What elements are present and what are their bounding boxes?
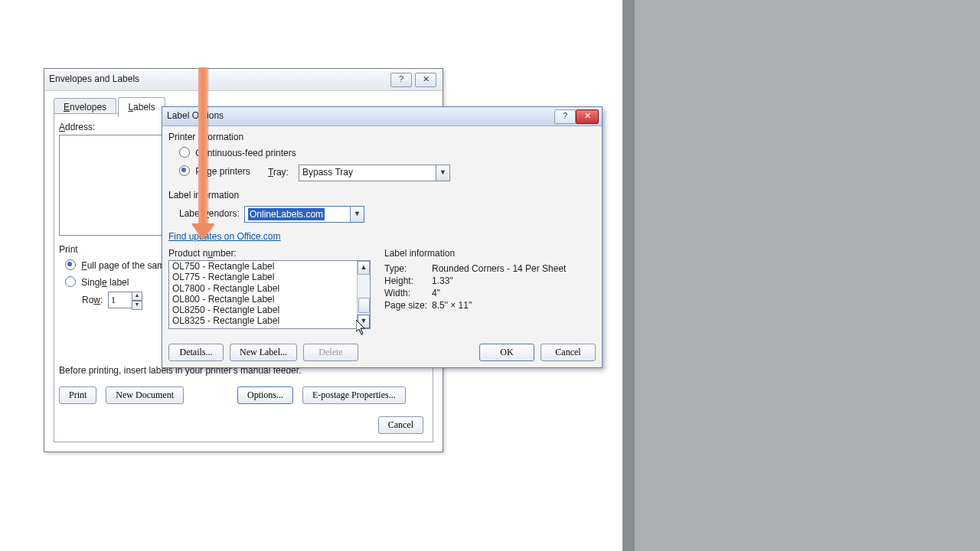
list-item[interactable]: OL775 - Rectangle Label xyxy=(169,272,370,282)
chevron-down-icon[interactable]: ▼ xyxy=(436,165,449,181)
find-updates-link[interactable]: Find updates on Office.com xyxy=(168,231,281,242)
dialog2-title: Label Options xyxy=(167,110,224,121)
dialog1-button-row: Print New Document Options... E-postage … xyxy=(59,386,406,404)
info-row-page-size: Page size:8.5" × 11" xyxy=(384,300,594,311)
label-vendors-value: OnlineLabels.com xyxy=(248,208,325,220)
product-number-listbox[interactable]: OL750 - Rectangle Label OL775 - Rectangl… xyxy=(168,260,371,329)
radio-continuous-label: Continuous-feed printers xyxy=(195,148,296,158)
scroll-up-icon[interactable]: ▲ xyxy=(358,261,370,275)
dialog2-titlebar[interactable]: Label Options ? ✕ xyxy=(162,107,602,126)
dialog-label-options: Label Options ? ✕ Printer information Co… xyxy=(162,106,603,368)
cancel-button[interactable]: Cancel xyxy=(541,344,596,361)
help-button[interactable]: ? xyxy=(390,73,412,87)
ok-button[interactable]: OK xyxy=(479,344,534,361)
new-document-button[interactable]: New Document xyxy=(106,386,184,404)
spin-up-icon[interactable]: ▲ xyxy=(132,292,142,301)
delete-button: Delete xyxy=(303,344,358,361)
radio-page-label: Page printers xyxy=(195,166,250,177)
radio-icon xyxy=(179,147,190,158)
printer-info-heading: Printer information xyxy=(168,132,243,142)
listbox-scrollbar[interactable]: ▲ ▼ xyxy=(357,261,370,328)
list-item[interactable]: OL800 - Rectangle Label xyxy=(169,294,370,305)
chevron-down-icon[interactable]: ▼ xyxy=(350,207,364,222)
tray-combo[interactable]: Bypass Tray ▼ xyxy=(299,165,450,181)
label-info-panel: Label information Type:Rounded Corners -… xyxy=(384,248,594,312)
list-item[interactable]: OL750 - Rectangle Label xyxy=(169,261,370,272)
tray-value: Bypass Tray xyxy=(302,167,353,178)
print-group-title: Print xyxy=(59,244,78,255)
radio-icon xyxy=(65,276,76,287)
label-info-heading: Label information xyxy=(168,190,239,201)
dialog1-title: Envelopes and Labels xyxy=(49,73,139,84)
options-button[interactable]: Options... xyxy=(237,386,293,404)
help-button[interactable]: ? xyxy=(554,109,576,124)
address-label: Address: xyxy=(59,122,95,132)
tray-label: Tray: xyxy=(268,167,289,178)
print-button[interactable]: Print xyxy=(59,386,96,404)
list-item[interactable]: OL7800 - Rectangle Label xyxy=(169,283,370,294)
row-spinner[interactable]: ▲▼ xyxy=(108,292,142,308)
radio-icon xyxy=(65,259,76,270)
scroll-thumb[interactable] xyxy=(358,298,370,313)
radio-single-label[interactable]: Single label xyxy=(65,276,129,288)
list-item[interactable]: OL8325 - Rectangle Label xyxy=(169,315,370,326)
new-label-button[interactable]: New Label... xyxy=(230,344,297,361)
list-item[interactable]: OL8250 - Rectangle Label xyxy=(169,305,370,315)
close-button[interactable]: ✕ xyxy=(415,73,436,87)
row-input[interactable] xyxy=(108,292,135,308)
info-row-type: Type:Rounded Corners - 14 Per Sheet xyxy=(384,263,594,274)
radio-continuous-feed[interactable]: Continuous-feed printers xyxy=(179,147,296,158)
dialog2-button-row: Details... New Label... Delete OK Cancel xyxy=(168,344,596,361)
row-spin-buttons[interactable]: ▲▼ xyxy=(132,292,142,308)
info-row-width: Width:4" xyxy=(384,288,594,298)
details-button[interactable]: Details... xyxy=(168,344,224,361)
product-number-label: Product number: xyxy=(168,248,237,259)
dialog1-titlebar[interactable]: Envelopes and Labels ? ✕ xyxy=(44,69,443,91)
spin-down-icon[interactable]: ▼ xyxy=(132,301,142,310)
scroll-down-icon[interactable]: ▼ xyxy=(358,315,370,328)
radio-page-printers[interactable]: Page printers xyxy=(179,165,250,177)
cancel-button[interactable]: Cancel xyxy=(378,416,423,434)
vendors-label: Label vendors: xyxy=(179,208,240,219)
label-info-panel-heading: Label information xyxy=(384,248,594,259)
tab-labels[interactable]: Labels xyxy=(118,97,165,117)
label-vendors-combo[interactable]: OnlineLabels.com ▼ xyxy=(244,206,364,223)
epostage-properties-button[interactable]: E-postage Properties... xyxy=(302,386,406,404)
close-button[interactable]: ✕ xyxy=(576,109,599,124)
row-label: Row: xyxy=(82,295,103,305)
canvas-right xyxy=(622,0,980,551)
info-row-height: Height:1.33" xyxy=(384,276,594,286)
radio-icon xyxy=(179,165,190,176)
